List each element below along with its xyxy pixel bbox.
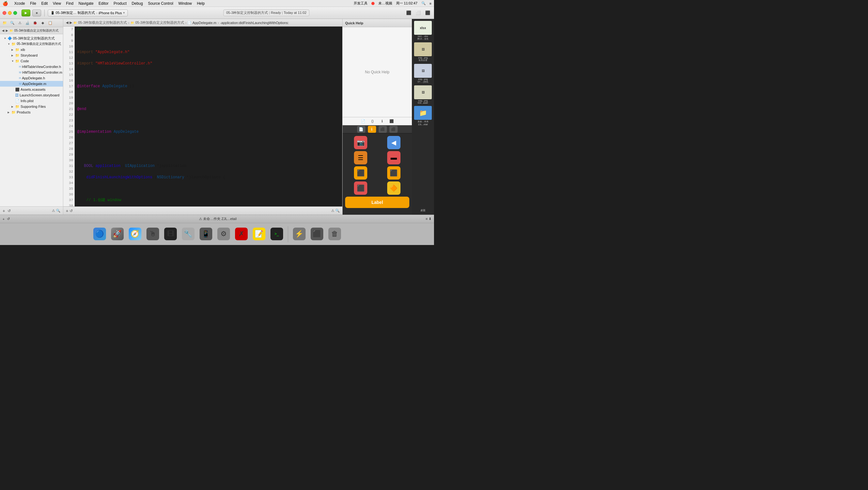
- menu-help[interactable]: Help: [197, 1, 205, 6]
- code-content[interactable]: // #import "AppDelegate.h" #import "HMTa…: [75, 27, 342, 206]
- nav-forward-btn[interactable]: ▶: [6, 29, 8, 32]
- tree-item-hmtvc-m[interactable]: ▶ M HMTableViewController.m: [0, 70, 63, 75]
- code-editor[interactable]: 7 8 9 10 11 12 13 14 15 16 17 18 19 20 2…: [63, 27, 342, 206]
- maximize-button[interactable]: [13, 11, 17, 15]
- dock-app[interactable]: 📱: [198, 226, 214, 242]
- tree-item-code[interactable]: ▼ 📁 Code: [0, 58, 63, 64]
- menu-debug[interactable]: Debug: [132, 1, 143, 6]
- nav-filter-btn[interactable]: ⚠ 🔍: [52, 209, 60, 213]
- obj-lib-item-camera[interactable]: 📷: [345, 136, 376, 149]
- dock-misc2[interactable]: ⬛: [309, 226, 325, 242]
- dock-misc1[interactable]: ⚡: [291, 226, 307, 242]
- dock-safari[interactable]: 🧭: [127, 226, 143, 242]
- breadcrumb-part3[interactable]: AppDelegate.m: [192, 21, 216, 25]
- obj-lib-btn1[interactable]: 📄: [357, 126, 365, 133]
- nav-forward-btn[interactable]: ▶: [70, 21, 72, 25]
- breadcrumb-part4[interactable]: -application:didFinishLaunchingWithOptio…: [220, 21, 289, 25]
- nav-test-icon[interactable]: 🔬: [24, 20, 31, 26]
- nav-add-btn[interactable]: +: [3, 208, 5, 214]
- dock-misc3[interactable]: 🗑: [327, 226, 343, 242]
- right-icon-youhua[interactable]: 🖼 snip...png07-…(优化: [413, 63, 433, 84]
- scheme-selector[interactable]: 📱 05-3种加定… 制器的方式 › iPhone 6s Plus ▾: [48, 9, 128, 17]
- nav-find-icon[interactable]: 🔍: [9, 20, 16, 26]
- menu-xcode[interactable]: Xcode: [14, 1, 25, 6]
- obj-lib-item-cube[interactable]: ⬛: [345, 166, 376, 179]
- obj-lib-item-tab[interactable]: ▬: [378, 151, 410, 164]
- nav-back-btn[interactable]: ◀: [2, 29, 4, 32]
- menu-find[interactable]: Find: [66, 1, 73, 6]
- nav-debug-icon[interactable]: 🐞: [32, 20, 39, 26]
- obj-lib-item-list[interactable]: ☰: [345, 151, 376, 164]
- run-button[interactable]: ▶: [22, 9, 30, 17]
- dock-photos[interactable]: 🎞: [163, 226, 178, 242]
- obj-lib-red-icon[interactable]: ⬛: [354, 182, 367, 195]
- obj-lib-diamond-icon[interactable]: 🔶: [387, 182, 400, 195]
- nav-right-btn[interactable]: ⬛: [424, 9, 431, 17]
- dock-tools[interactable]: 🔧: [180, 226, 196, 242]
- dock-mouse[interactable]: 🖱: [145, 226, 161, 242]
- tree-item-storyboard[interactable]: ▶ 📁 Storyboard: [0, 53, 63, 58]
- right-icon-xlsx[interactable]: xlsx ios1....xlsx第13…业生: [413, 20, 433, 41]
- obj-lib-item-box2[interactable]: ⬛: [378, 166, 410, 179]
- menubar-search-icon[interactable]: 🔍: [421, 1, 426, 5]
- dock-notes[interactable]: 📝: [251, 226, 267, 242]
- qh-file-btn[interactable]: 📄: [360, 118, 367, 124]
- dock-terminal[interactable]: >_: [269, 226, 285, 242]
- tree-item-appdelegate-m[interactable]: ▶ M AppDelegate.m: [0, 81, 63, 87]
- menu-window[interactable]: Window: [178, 1, 192, 6]
- obj-lib-item-nav[interactable]: ◀: [378, 136, 410, 149]
- obj-lib-item-red[interactable]: ⬛: [345, 182, 376, 195]
- editor-refresh-btn[interactable]: ↺: [70, 209, 73, 213]
- dock-finder[interactable]: 🔵: [92, 226, 107, 242]
- status-refresh-btn[interactable]: ↺: [7, 217, 10, 221]
- tree-item-infoplist[interactable]: ▶ 📄 Info.plist: [0, 98, 63, 104]
- right-icon-chadan[interactable]: 🖼 snip...png车丹分享: [413, 42, 433, 63]
- status-add-btn[interactable]: +: [3, 217, 4, 221]
- obj-lib-btn2[interactable]: ℹ: [368, 126, 376, 133]
- nav-folder-icon[interactable]: 📁: [1, 20, 8, 26]
- right-icon-zjl[interactable]: 📁 未命…件夹ZJL...etail: [413, 105, 433, 126]
- stop-button[interactable]: ■: [32, 9, 41, 17]
- tree-item-launchscreen[interactable]: ▶ 🖼 LaunchScreen.storyboard: [0, 92, 63, 98]
- tree-item-root[interactable]: ▼ 🔷 05-3种加定义控制器的方式: [0, 35, 63, 41]
- menu-source-control[interactable]: Source Control: [148, 1, 173, 6]
- tree-item-assets[interactable]: ▶ ⬛ Assets.xcassets: [0, 87, 63, 92]
- tree-item-group1[interactable]: ▼ 📁 05-3种加载自定义控制器的方式: [0, 41, 63, 47]
- qh-obj-btn[interactable]: ⬛: [388, 118, 395, 124]
- breadcrumb-part2[interactable]: 05-3种加载自定义控制器的方式: [135, 20, 184, 25]
- nav-center-btn[interactable]: ⬜: [414, 9, 422, 17]
- menu-product[interactable]: Product: [114, 1, 127, 6]
- obj-lib-tab-icon[interactable]: ▬: [387, 151, 400, 164]
- editor-add-btn[interactable]: +: [66, 208, 68, 214]
- dock-launchpad[interactable]: 🚀: [110, 226, 125, 242]
- menubar-menu-icon[interactable]: ≡: [430, 2, 431, 5]
- close-button[interactable]: [3, 11, 6, 15]
- nav-refresh-btn[interactable]: ↺: [8, 209, 11, 213]
- obj-lib-camera-icon[interactable]: 📷: [354, 136, 367, 149]
- obj-lib-item-diamond[interactable]: 🔶: [378, 182, 410, 195]
- obj-lib-label-button[interactable]: Label: [345, 197, 409, 208]
- menu-navigate[interactable]: Navigate: [79, 1, 93, 6]
- breadcrumb-part1[interactable]: 05-3种加载自定义控制器的方式: [78, 20, 127, 25]
- nav-warn-icon[interactable]: ⚠: [17, 20, 23, 26]
- obj-lib-list-icon[interactable]: ☰: [354, 151, 367, 164]
- tree-item-products[interactable]: ▶ 📁 Products: [0, 109, 63, 115]
- tree-item-hmtvc-h[interactable]: ▶ H HMTableViewController.h: [0, 64, 63, 70]
- tree-item-xib[interactable]: ▶ 📁 xib: [0, 47, 63, 53]
- nav-breakpoint-icon[interactable]: ◆: [39, 20, 46, 26]
- nav-left-btn[interactable]: ⬛: [405, 9, 412, 17]
- obj-lib-btn3[interactable]: ⬛: [379, 126, 387, 133]
- tree-item-supporting[interactable]: ▶ 📁 Supporting Files: [0, 104, 63, 109]
- nav-log-icon[interactable]: 📋: [47, 20, 54, 26]
- right-icon-ksi[interactable]: 🖼 snip...pngKSI...aster: [413, 85, 433, 105]
- obj-lib-nav-icon[interactable]: ◀: [387, 136, 400, 149]
- minimize-button[interactable]: [8, 11, 12, 15]
- qh-info-btn[interactable]: ℹ: [379, 118, 385, 124]
- menu-editor[interactable]: Editor: [99, 1, 108, 6]
- obj-lib-cube-icon[interactable]: ⬛: [354, 166, 367, 179]
- tree-item-appdelegate-h[interactable]: ▶ H AppDelegate.h: [0, 75, 63, 81]
- menu-edit[interactable]: Edit: [41, 1, 48, 6]
- obj-lib-btn4[interactable]: ⬛: [390, 126, 398, 133]
- menu-view[interactable]: View: [53, 1, 61, 6]
- dock-xcode-red[interactable]: ✗: [234, 226, 249, 242]
